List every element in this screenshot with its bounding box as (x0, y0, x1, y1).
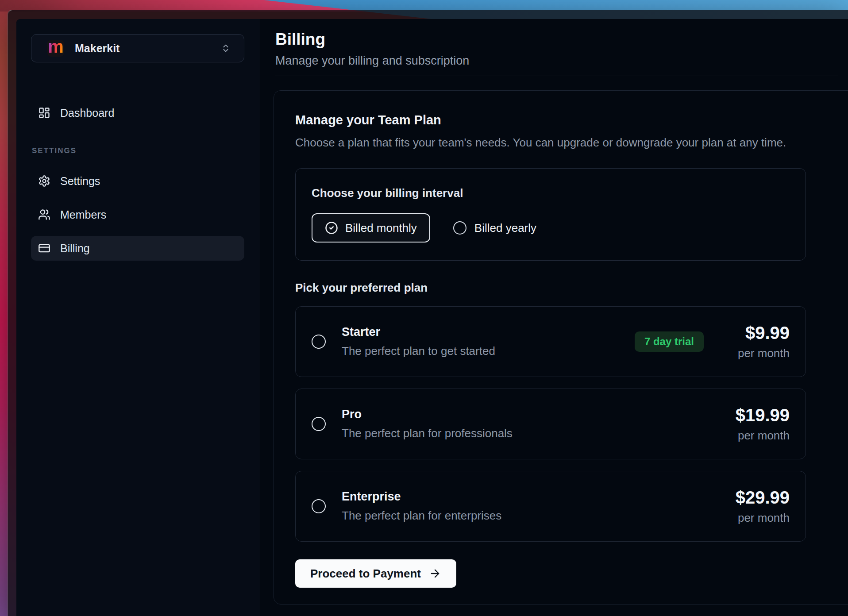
main-panel: Billing Manage your billing and subscrip… (259, 19, 848, 616)
team-plan-card: Manage your Team Plan Choose a plan that… (274, 90, 848, 604)
plan-row-starter[interactable]: Starter The perfect plan to get started … (295, 306, 806, 377)
plan-name: Enterprise (342, 490, 501, 504)
plan-pricing: $29.99 per month (723, 488, 790, 525)
interval-option-label: Billed monthly (345, 221, 417, 235)
plan-pricing: 7 day trial $9.99 per month (635, 323, 790, 360)
price-column: $9.99 per month (723, 323, 790, 360)
sidebar: m Makerkit Dashboard SETTINGS (16, 19, 259, 616)
billing-interval-label: Choose your billing interval (312, 186, 790, 200)
sidebar-nav: Dashboard SETTINGS Settings Members (31, 100, 244, 261)
plan-price: $9.99 (723, 323, 790, 343)
plan-period: per month (723, 429, 790, 443)
sidebar-item-dashboard[interactable]: Dashboard (31, 100, 244, 125)
gear-icon (38, 175, 50, 187)
plan-description: The perfect plan for professionals (342, 427, 513, 440)
plan-price: $19.99 (723, 405, 790, 425)
price-column: $19.99 per month (723, 405, 790, 443)
plan-period: per month (723, 511, 790, 525)
makerkit-logo: m (47, 40, 64, 57)
app-content: m Makerkit Dashboard SETTINGS (16, 19, 848, 616)
price-column: $29.99 per month (723, 488, 790, 525)
page-subtitle: Manage your billing and subscription (275, 54, 838, 68)
plan-info: Pro The perfect plan for professionals (342, 408, 513, 440)
sidebar-item-billing[interactable]: Billing (31, 236, 244, 261)
dashboard-icon (38, 107, 50, 119)
sidebar-item-members[interactable]: Members (31, 202, 244, 227)
chevrons-up-down-icon (221, 43, 231, 53)
sidebar-section-settings: SETTINGS (32, 146, 244, 155)
arrow-right-icon (429, 567, 441, 580)
plan-info: Starter The perfect plan to get started (342, 325, 495, 358)
credit-card-icon (38, 242, 50, 254)
sidebar-item-label: Members (60, 208, 106, 221)
sidebar-item-label: Dashboard (60, 107, 114, 119)
plans-label: Pick your preferred plan (295, 281, 834, 295)
plan-name: Pro (342, 408, 513, 421)
billing-interval-options: Billed monthly Billed yearly (312, 213, 790, 243)
workspace-selector[interactable]: m Makerkit (31, 34, 244, 62)
billing-content: Manage your Team Plan Choose a plan that… (259, 76, 848, 604)
sidebar-item-settings[interactable]: Settings (31, 169, 244, 193)
page-title: Billing (275, 30, 838, 49)
workspace-name: Makerkit (75, 42, 210, 55)
users-icon (38, 208, 50, 221)
interval-option-yearly[interactable]: Billed yearly (453, 221, 536, 235)
app-window: m Makerkit Dashboard SETTINGS (8, 10, 848, 616)
plan-radio[interactable] (312, 335, 326, 349)
check-circle-icon (325, 221, 338, 235)
plan-row-pro[interactable]: Pro The perfect plan for professionals $… (295, 389, 806, 459)
plan-pricing: $19.99 per month (723, 405, 790, 443)
sidebar-item-label: Billing (60, 242, 90, 255)
plan-description: The perfect plan to get started (342, 344, 495, 358)
plan-radio[interactable] (312, 499, 326, 513)
plan-description: The perfect plan for enterprises (342, 509, 501, 523)
proceed-to-payment-button[interactable]: Proceed to Payment (295, 559, 456, 588)
plan-row-enterprise[interactable]: Enterprise The perfect plan for enterpri… (295, 471, 806, 542)
card-title: Manage your Team Plan (295, 113, 834, 127)
radio-circle (453, 221, 466, 235)
plan-price: $29.99 (723, 488, 790, 508)
plan-radio[interactable] (312, 417, 326, 431)
page-header: Billing Manage your billing and subscrip… (259, 19, 848, 76)
plan-info: Enterprise The perfect plan for enterpri… (342, 490, 501, 523)
interval-option-monthly[interactable]: Billed monthly (312, 213, 430, 243)
proceed-button-label: Proceed to Payment (310, 567, 421, 581)
interval-option-label: Billed yearly (474, 221, 536, 235)
trial-badge: 7 day trial (635, 331, 704, 352)
billing-interval-box: Choose your billing interval Billed mont… (295, 168, 806, 261)
plan-period: per month (723, 346, 790, 360)
sidebar-item-label: Settings (60, 175, 100, 188)
card-subtitle: Choose a plan that fits your team's need… (295, 135, 834, 150)
plan-name: Starter (342, 325, 495, 339)
